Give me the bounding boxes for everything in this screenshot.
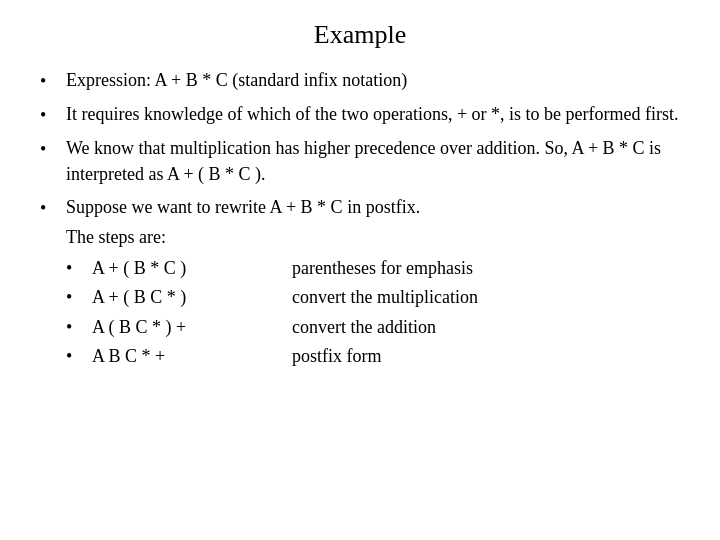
page: Example • Expression: A + B * C (standar… xyxy=(0,0,720,540)
bullet-symbol-2: • xyxy=(40,103,62,128)
bullet-text-3: We know that multiplication has higher p… xyxy=(66,136,680,186)
bullet-text-1: Expression: A + B * C (standard infix no… xyxy=(66,68,680,93)
step-row-4: • A B C * + postfix form xyxy=(66,344,680,369)
bullet-item-2: • It requires knowledge of which of the … xyxy=(40,102,680,128)
bullet-item-4: • Suppose we want to rewrite A + B * C i… xyxy=(40,195,680,221)
step-bullet-2: • xyxy=(66,285,88,310)
step-expr-4: A B C * + xyxy=(92,344,292,369)
step-expr-2: A + ( B C * ) xyxy=(92,285,292,310)
step-row-3: • A ( B C * ) + convert the addition xyxy=(66,315,680,340)
bullet-text-2: It requires knowledge of which of the tw… xyxy=(66,102,680,127)
bullet-text-4: Suppose we want to rewrite A + B * C in … xyxy=(66,195,680,220)
step-row-2: • A + ( B C * ) convert the multiplicati… xyxy=(66,285,680,310)
bullet-symbol-1: • xyxy=(40,69,62,94)
step-desc-1: parentheses for emphasis xyxy=(292,256,680,281)
step-row-1: • A + ( B * C ) parentheses for emphasis xyxy=(66,256,680,281)
bullet-item-1: • Expression: A + B * C (standard infix … xyxy=(40,68,680,94)
step-bullet-4: • xyxy=(66,344,88,369)
steps-table: • A + ( B * C ) parentheses for emphasis… xyxy=(40,256,680,373)
bullet-list: • Expression: A + B * C (standard infix … xyxy=(40,68,680,229)
steps-intro: The steps are: xyxy=(40,225,680,250)
step-bullet-3: • xyxy=(66,315,88,340)
step-desc-2: convert the multiplication xyxy=(292,285,680,310)
page-title: Example xyxy=(40,20,680,50)
bullet-item-3: • We know that multiplication has higher… xyxy=(40,136,680,186)
bullet-symbol-3: • xyxy=(40,137,62,162)
step-expr-1: A + ( B * C ) xyxy=(92,256,292,281)
step-desc-4: postfix form xyxy=(292,344,680,369)
bullet-symbol-4: • xyxy=(40,196,62,221)
step-bullet-1: • xyxy=(66,256,88,281)
step-expr-3: A ( B C * ) + xyxy=(92,315,292,340)
step-desc-3: convert the addition xyxy=(292,315,680,340)
